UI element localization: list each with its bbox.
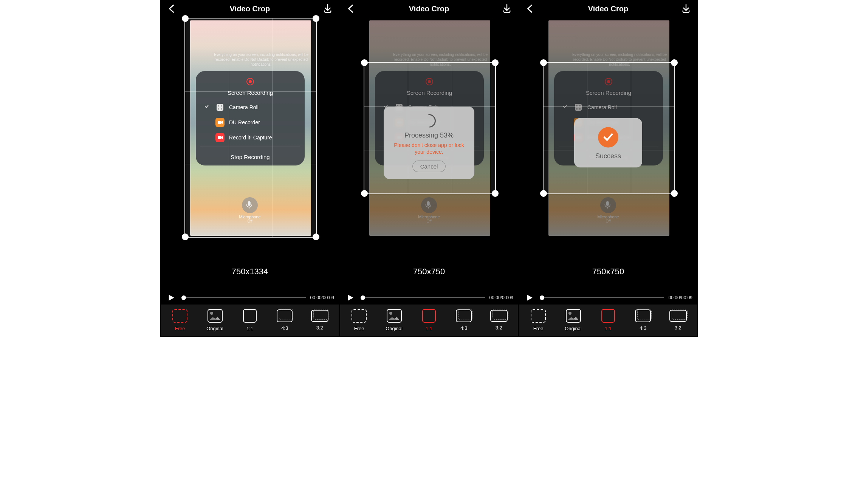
aspect-label: Free (533, 326, 544, 331)
aspect-orig-icon (208, 309, 223, 323)
aspect-3_2[interactable]: 3:2 (485, 310, 513, 331)
crop-handle-bl[interactable] (540, 190, 547, 197)
aspect-1_1[interactable]: 1:1 (415, 309, 443, 331)
crop-handle-tl[interactable] (361, 59, 368, 66)
aspect-orig[interactable]: Original (201, 309, 229, 331)
header: Video Crop (519, 1, 697, 17)
seek-thumb[interactable] (181, 295, 186, 300)
grid-line (185, 164, 316, 164)
crop-size-label: 750x750 (340, 267, 518, 277)
aspect-4_3-icon (456, 309, 472, 322)
crop-handle-bl[interactable] (182, 233, 189, 240)
play-button[interactable] (345, 292, 356, 303)
aspect-1_1[interactable]: 1:1 (235, 309, 264, 331)
cancel-button[interactable]: Cancel (412, 161, 446, 172)
aspect-4_3[interactable]: 4:3 (449, 309, 478, 331)
crop-size-label: 750x750 (519, 267, 697, 277)
header: Video Crop (161, 1, 339, 17)
play-button[interactable] (166, 292, 177, 303)
grid-line (185, 91, 316, 92)
app-screen: Video CropEverything on your screen, inc… (160, 0, 339, 337)
grid-line (273, 19, 273, 237)
aspect-orig[interactable]: Original (559, 309, 588, 331)
page-title: Video Crop (357, 5, 501, 13)
aspect-orig-icon (566, 309, 581, 323)
aspect-4_3-icon (277, 309, 293, 322)
seek-track[interactable] (181, 297, 306, 298)
aspect-4_3-icon (635, 309, 651, 322)
back-button[interactable] (525, 3, 536, 14)
mic-icon (600, 197, 616, 213)
aspect-free-icon (172, 309, 187, 323)
crop-handle-tr[interactable] (313, 15, 319, 22)
aspect-free-icon (352, 309, 367, 323)
seek-track[interactable] (540, 297, 664, 298)
aspect-1_1-icon (601, 309, 615, 323)
crop-handle-bl[interactable] (361, 190, 368, 197)
aspect-label: 1:1 (426, 326, 432, 331)
aspect-label: Free (175, 326, 185, 331)
aspect-label: 3:2 (316, 325, 323, 331)
aspect-label: 1:1 (605, 326, 612, 331)
aspect-4_3[interactable]: 4:3 (270, 309, 299, 331)
seek-track[interactable] (361, 297, 485, 298)
header: Video Crop (340, 1, 518, 17)
aspect-orig-icon (387, 309, 402, 323)
aspect-4_3[interactable]: 4:3 (629, 309, 657, 331)
crop-handle-tl[interactable] (182, 15, 189, 22)
time-display: 00:00/00:09 (669, 295, 692, 300)
time-display: 00:00/00:09 (489, 295, 513, 300)
aspect-3_2-icon (669, 310, 687, 322)
export-button[interactable] (680, 3, 692, 14)
aspect-1_1[interactable]: 1:1 (594, 309, 623, 331)
aspect-3_2-icon (490, 310, 508, 322)
timeline: 00:00/00:09 (519, 291, 697, 305)
svg-rect-24 (427, 201, 430, 206)
aspect-label: Original (386, 326, 403, 331)
processing-dialog: Processing 53%Please don't close app or … (384, 107, 474, 179)
seek-thumb[interactable] (540, 295, 544, 300)
canvas: Everything on your screen, including not… (340, 17, 518, 291)
export-button[interactable] (322, 3, 333, 14)
aspect-3_2[interactable]: 3:2 (305, 310, 334, 331)
canvas: Everything on your screen, including not… (519, 17, 697, 291)
crop-handle-tl[interactable] (540, 59, 547, 66)
crop-handle-tr[interactable] (492, 59, 499, 66)
aspect-orig[interactable]: Original (380, 309, 409, 331)
aspect-toolbar: FreeOriginal1:14:33:2 (161, 305, 339, 336)
timeline: 00:00/00:09 (161, 291, 339, 305)
crop-rectangle[interactable] (184, 18, 317, 238)
aspect-1_1-icon (243, 309, 257, 323)
grid-line (544, 106, 674, 107)
aspect-label: 4:3 (281, 325, 288, 331)
success-check-icon (598, 127, 618, 147)
aspect-label: 3:2 (496, 325, 502, 331)
crop-handle-tr[interactable] (671, 59, 678, 66)
canvas: Everything on your screen, including not… (161, 17, 339, 291)
aspect-free[interactable]: Free (345, 309, 373, 331)
crop-handle-br[interactable] (492, 190, 499, 197)
aspect-label: 1:1 (246, 326, 253, 331)
aspect-label: Original (206, 326, 223, 331)
aspect-free[interactable]: Free (166, 309, 194, 331)
aspect-label: Original (565, 326, 582, 331)
aspect-free[interactable]: Free (524, 309, 553, 331)
aspect-free-icon (531, 309, 546, 323)
back-button[interactable] (345, 3, 357, 14)
crop-size-label: 750x1334 (161, 267, 339, 277)
spinner-icon (420, 111, 439, 130)
export-button[interactable] (501, 3, 513, 14)
grid-line (229, 19, 229, 237)
crop-handle-br[interactable] (313, 233, 319, 240)
aspect-toolbar: FreeOriginal1:14:33:2 (340, 305, 518, 336)
processing-warning: Please don't close app or lock your devi… (390, 142, 468, 155)
back-button[interactable] (166, 3, 178, 14)
crop-handle-br[interactable] (671, 190, 678, 197)
seek-thumb[interactable] (361, 295, 365, 300)
mic-label: Microphone (391, 215, 467, 219)
aspect-3_2[interactable]: 3:2 (664, 310, 692, 331)
page-title: Video Crop (536, 5, 680, 13)
aspect-label: 4:3 (640, 325, 646, 331)
play-button[interactable] (524, 292, 535, 303)
success-dialog: Success (574, 118, 642, 167)
